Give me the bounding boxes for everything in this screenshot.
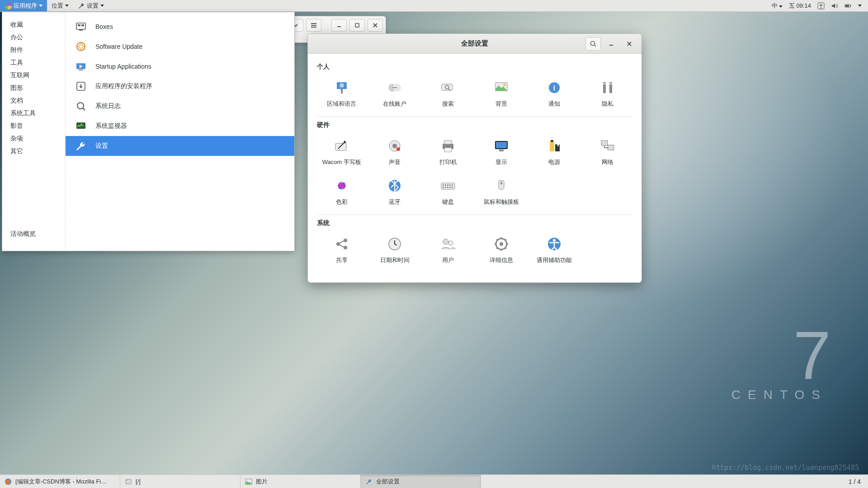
close-button[interactable] <box>368 19 383 32</box>
menu-applications[interactable]: 应用程序 <box>0 0 47 11</box>
tile-wacom[interactable]: Wacom 手写板 <box>317 135 367 168</box>
app-item-label: 应用程序的安装程序 <box>95 82 152 90</box>
os-name: CENTOS <box>731 388 827 402</box>
category-4[interactable]: 互联网 <box>2 69 65 82</box>
tile-background[interactable]: 背景 <box>476 76 526 110</box>
volume-icon[interactable] <box>831 2 838 9</box>
search-button[interactable] <box>585 37 601 51</box>
category-7[interactable]: 系统工具 <box>2 107 65 120</box>
battery-icon[interactable] <box>844 2 852 9</box>
tile-display[interactable]: 显示 <box>476 135 526 168</box>
task-item-0[interactable]: [编辑文章-CSDN博客 - Mozilla Fi… <box>0 475 120 488</box>
tile-sound[interactable]: 声音 <box>370 135 420 168</box>
category-10[interactable]: 其它 <box>2 145 65 158</box>
mouse-icon <box>492 176 511 195</box>
app-item-startup[interactable]: Startup Applications <box>66 56 294 76</box>
category-2[interactable]: 附件 <box>2 44 65 56</box>
task-item-1[interactable]: [/] <box>120 475 241 488</box>
svg-rect-63 <box>443 187 444 188</box>
svg-rect-57 <box>441 183 455 189</box>
category-1[interactable]: 办公 <box>2 31 65 44</box>
menu-places[interactable]: 位置 <box>47 0 73 11</box>
settings-body: 个人区域和语言在线账户搜索背景i通知隐私硬件Wacom 手写板声音打印机显示电源… <box>308 54 642 282</box>
task-label: [/] <box>136 478 141 485</box>
settings-icon <box>365 478 373 485</box>
svg-rect-4 <box>845 5 849 7</box>
clock[interactable]: 五 09:14 <box>789 2 811 10</box>
tile-bluetooth[interactable]: 蓝牙 <box>370 174 420 208</box>
minimize-button[interactable] <box>604 37 619 51</box>
task-label: [编辑文章-CSDN博客 - Mozilla Fi… <box>15 478 107 486</box>
category-0[interactable]: 收藏 <box>2 19 65 31</box>
tile-label: 打印机 <box>439 158 457 166</box>
svg-rect-81 <box>126 479 128 481</box>
tile-mouse[interactable]: 鼠标和触摸板 <box>476 174 526 208</box>
notifications-icon: i <box>545 78 564 97</box>
tile-notifications[interactable]: i通知 <box>530 76 580 110</box>
tile-label: 键盘 <box>442 198 454 206</box>
category-5[interactable]: 图形 <box>2 82 65 94</box>
tile-keyboard[interactable]: 键盘 <box>423 174 473 208</box>
category-9[interactable]: 杂项 <box>2 132 65 145</box>
bluetooth-icon <box>385 176 404 195</box>
distro-logo-icon <box>5 2 12 9</box>
tile-sharing[interactable]: 共享 <box>317 233 367 266</box>
tile-label: 隐私 <box>602 100 613 108</box>
tile-power[interactable]: 电源 <box>530 135 580 168</box>
menu-settings-shortcut[interactable]: 设置 <box>73 0 108 11</box>
task-item-3[interactable]: 全部设置 <box>361 475 481 488</box>
accessibility-icon <box>545 235 564 253</box>
image-icon <box>245 478 252 485</box>
tile-label: 共享 <box>336 256 348 264</box>
task-label: 图片 <box>256 478 268 486</box>
hamburger-button[interactable] <box>306 19 321 32</box>
activities-overview[interactable]: 活动概览 <box>2 224 65 244</box>
system-menu-caret[interactable] <box>858 5 862 7</box>
svg-rect-45 <box>601 141 608 145</box>
svg-point-70 <box>344 239 347 242</box>
tile-users[interactable]: 用户 <box>423 233 473 266</box>
svg-rect-42 <box>550 141 554 151</box>
svg-text:i: i <box>553 84 555 92</box>
tile-search[interactable]: 搜索 <box>423 76 473 110</box>
svg-rect-43 <box>551 140 553 142</box>
tile-accessibility[interactable]: 通用辅助功能 <box>530 233 580 266</box>
svg-rect-64 <box>445 187 446 188</box>
svg-rect-58 <box>443 184 444 186</box>
category-6[interactable]: 文档 <box>2 94 65 107</box>
maximize-button[interactable] <box>349 19 365 32</box>
network-icon <box>598 136 617 155</box>
app-item-logs[interactable]: 系统日志 <box>66 96 294 116</box>
tile-label: 在线账户 <box>383 100 406 108</box>
sound-icon <box>385 136 404 155</box>
task-item-2[interactable]: 图片 <box>241 475 361 488</box>
tile-datetime[interactable]: 日期和时间 <box>370 233 420 266</box>
accessibility-icon[interactable] <box>817 2 825 9</box>
tile-privacy[interactable]: 隐私 <box>583 76 632 110</box>
app-item-update[interactable]: Software Update <box>66 37 294 56</box>
tile-network[interactable]: 网络 <box>583 135 632 168</box>
tile-details[interactable]: 详细信息 <box>476 233 526 266</box>
tile-label: 鼠标和触摸板 <box>484 198 519 206</box>
settings-titlebar[interactable]: 全部设置 <box>308 34 642 54</box>
tile-printer[interactable]: 打印机 <box>423 135 473 168</box>
tile-region[interactable]: 区域和语言 <box>317 76 367 110</box>
app-item-settings[interactable]: 设置 <box>66 136 294 156</box>
tile-online-accounts[interactable]: 在线账户 <box>370 76 420 110</box>
workspace-pager[interactable]: 1 / 4 <box>841 475 868 488</box>
app-item-installer[interactable]: 应用程序的安装程序 <box>66 76 294 96</box>
menu-settings-label: 设置 <box>87 2 99 10</box>
tile-label: 背景 <box>495 100 507 108</box>
tile-color[interactable]: 色彩 <box>317 174 367 208</box>
update-icon <box>75 40 87 53</box>
app-item-monitor[interactable]: 系统监视器 <box>66 116 294 136</box>
app-item-label: Boxes <box>95 23 113 30</box>
close-button[interactable] <box>622 37 637 51</box>
input-method-indicator[interactable]: 中 <box>772 2 783 10</box>
tile-label: 详细信息 <box>490 256 513 264</box>
category-8[interactable]: 影音 <box>2 120 65 132</box>
category-3[interactable]: 工具 <box>2 56 65 69</box>
app-item-boxes[interactable]: Boxes <box>66 17 294 37</box>
applications-list: BoxesSoftware UpdateStartup Applications… <box>66 12 294 251</box>
minimize-button[interactable] <box>331 19 347 32</box>
